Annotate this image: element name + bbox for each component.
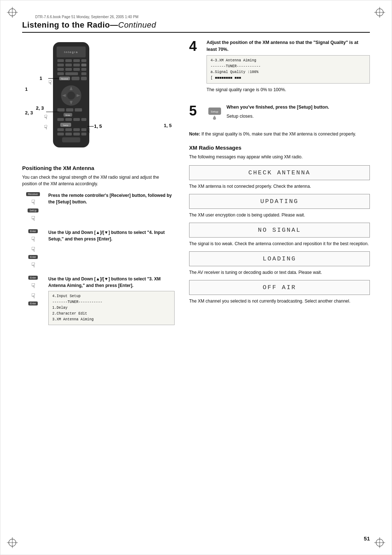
svg-text:☟: ☟ bbox=[48, 80, 52, 86]
svg-rect-26 bbox=[81, 68, 86, 71]
step-item-2: Enter ☟ ☟ Enter ☟ Use the Up and Down [▲… bbox=[22, 229, 175, 270]
step-item-3: Enter ☟ ☟ Enter Use the Up and Down [▲]/… bbox=[22, 276, 175, 325]
svg-point-35 bbox=[67, 92, 75, 100]
svg-rect-51 bbox=[57, 128, 64, 131]
corner-mark-tr bbox=[374, 7, 385, 18]
svg-rect-17 bbox=[73, 59, 80, 62]
svg-rect-15 bbox=[57, 59, 64, 62]
corner-mark-br bbox=[374, 537, 385, 548]
right-column: 4 Adjust the position of the XM antenna … bbox=[189, 39, 370, 331]
left-section-heading: Positioning the XM Antenna bbox=[22, 165, 175, 171]
svg-rect-27 bbox=[57, 72, 64, 75]
corner-mark-tl bbox=[7, 7, 18, 18]
step-5-number: 5 bbox=[189, 104, 201, 118]
svg-rect-32 bbox=[72, 77, 79, 80]
svg-rect-24 bbox=[65, 68, 72, 71]
xm-messages-section: XM Radio Messages The following messages… bbox=[189, 145, 370, 304]
msg-no-signal-desc: The signal is too weak. Check the antenn… bbox=[189, 240, 370, 247]
step-2-icon: Enter ☟ ☟ Enter ☟ bbox=[22, 229, 44, 270]
svg-rect-57 bbox=[73, 133, 80, 135]
svg-rect-19 bbox=[57, 64, 64, 66]
svg-rect-53 bbox=[73, 128, 80, 131]
msg-no-signal: NO SIGNAL bbox=[189, 223, 370, 238]
step-2-text: Use the Up and Down [▲]/[▼] buttons to s… bbox=[48, 229, 175, 242]
enter-btn-4: Enter bbox=[28, 301, 38, 305]
msg-off-air: OFF AIR bbox=[189, 280, 370, 295]
step-4-number: 4 bbox=[189, 39, 201, 53]
svg-text:☟: ☟ bbox=[44, 114, 48, 120]
page-title: Listening to the Radio—Continued bbox=[22, 20, 370, 30]
xm-messages-heading: XM Radio Messages bbox=[189, 145, 370, 151]
svg-rect-33 bbox=[81, 77, 87, 80]
step-4-lcd: 4-3.XM Antenna Aiming -------TUNER------… bbox=[207, 55, 370, 84]
step-3-lcd: 4.Input Setup -------TUNER----------- 1.… bbox=[48, 291, 175, 325]
right-step-5: 5 Setup When you've finished, pr bbox=[189, 104, 370, 122]
svg-rect-58 bbox=[81, 133, 86, 135]
svg-text:1, 5: 1, 5 bbox=[94, 123, 102, 129]
svg-rect-59 bbox=[62, 137, 80, 142]
remote-illustration: 1 2, 3 1, 5 Integra bbox=[22, 39, 175, 159]
svg-rect-28 bbox=[65, 72, 78, 75]
receiver-btn: Receiver bbox=[26, 192, 40, 196]
corner-mark-bl bbox=[7, 537, 18, 548]
svg-rect-21 bbox=[73, 64, 80, 66]
step-3-text: Use the Up and Down [▲]/[▼] buttons to s… bbox=[48, 276, 175, 325]
setup-icon: Setup bbox=[207, 104, 223, 120]
msg-updating-desc: The XM user encryption code is being upd… bbox=[189, 212, 370, 218]
svg-rect-23 bbox=[57, 68, 64, 71]
svg-text:Enter: Enter bbox=[65, 114, 70, 116]
remote-label-23: 2, 3 bbox=[25, 110, 33, 116]
svg-text:Receiver: Receiver bbox=[61, 78, 68, 80]
enter-btn-2: Enter bbox=[28, 255, 38, 259]
msg-check-antenna-desc: The XM antenna is not connected properly… bbox=[189, 183, 370, 190]
svg-rect-22 bbox=[81, 64, 86, 66]
step-1-icon: Receiver ☟ SetUp ☟ bbox=[22, 192, 44, 223]
left-section-intro: You can check the signal strength of the… bbox=[22, 174, 175, 187]
msg-off-air-desc: The XM channel you selected is not curre… bbox=[189, 298, 370, 304]
step-3-icon: Enter ☟ ☟ Enter bbox=[22, 276, 44, 305]
step-5-content: Setup When you've finished, press the [S… bbox=[207, 104, 370, 122]
svg-text:SetUp: SetUp bbox=[63, 124, 68, 126]
right-step-4: 4 Adjust the position of the XM antenna … bbox=[189, 39, 370, 95]
svg-rect-18 bbox=[81, 59, 86, 62]
step-4-content: Adjust the position of the XM antenna so… bbox=[207, 39, 370, 95]
svg-text:☟: ☟ bbox=[44, 124, 48, 130]
svg-rect-16 bbox=[65, 59, 72, 62]
svg-rect-29 bbox=[81, 72, 86, 75]
enter-btn-1: Enter bbox=[28, 229, 38, 233]
page-number: 51 bbox=[364, 535, 370, 542]
msg-check-antenna: CHECK ANTENNA bbox=[189, 165, 370, 180]
svg-rect-41 bbox=[66, 108, 73, 112]
svg-rect-56 bbox=[65, 133, 72, 135]
svg-text:2, 3: 2, 3 bbox=[36, 105, 44, 111]
svg-text:Setup: Setup bbox=[211, 110, 219, 113]
file-meta: DTR-7.6.6.book Page 51 Monday, September… bbox=[35, 15, 370, 19]
step-1-text: Press the remote controller's [Receiver]… bbox=[48, 192, 175, 205]
page-header: Listening to the Radio—Continued bbox=[22, 20, 370, 33]
svg-rect-55 bbox=[57, 133, 64, 135]
svg-rect-25 bbox=[73, 68, 80, 71]
setup-btn-small: SetUp bbox=[28, 208, 38, 212]
msg-loading-desc: The AV receiver is tuning or decoding au… bbox=[189, 269, 370, 276]
svg-rect-47 bbox=[73, 118, 80, 121]
msg-loading: LOADING bbox=[189, 251, 370, 266]
svg-rect-20 bbox=[65, 64, 72, 66]
step-item-1: Receiver ☟ SetUp ☟ Press the remote cont… bbox=[22, 192, 175, 223]
steps-list: Receiver ☟ SetUp ☟ Press the remote cont… bbox=[22, 192, 175, 325]
svg-rect-46 bbox=[65, 118, 72, 121]
remote-label-1: 1 bbox=[25, 86, 28, 92]
msg-updating: UPDATING bbox=[189, 194, 370, 209]
svg-rect-45 bbox=[57, 118, 64, 121]
svg-rect-48 bbox=[81, 118, 86, 121]
svg-rect-42 bbox=[75, 108, 82, 112]
remote-label-15: 1, 5 bbox=[164, 123, 172, 128]
svg-rect-40 bbox=[57, 108, 65, 112]
note-box: Note: If the signal quality is 0%, make … bbox=[189, 131, 370, 137]
svg-rect-54 bbox=[81, 128, 86, 131]
svg-text:☟: ☟ bbox=[87, 128, 90, 134]
left-column: 1 2, 3 1, 5 Integra bbox=[22, 39, 175, 331]
svg-text:1: 1 bbox=[40, 76, 42, 81]
xm-messages-intro: The following messages may appear while … bbox=[189, 154, 370, 160]
svg-text:Integra: Integra bbox=[64, 50, 78, 54]
enter-btn-3: Enter bbox=[28, 276, 38, 280]
